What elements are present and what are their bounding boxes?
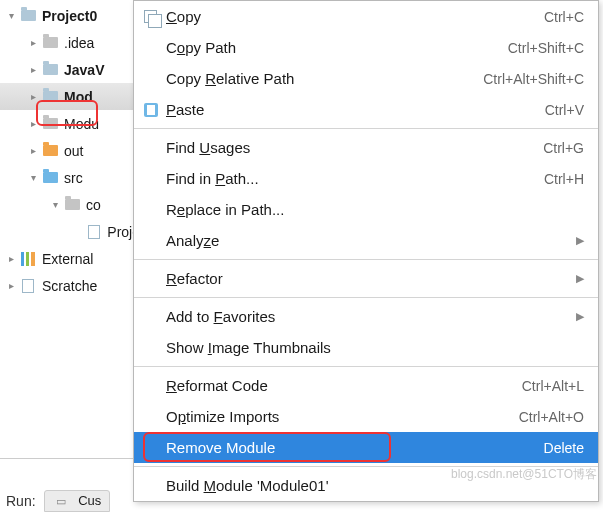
menu-item[interactable]: PasteCtrl+V bbox=[134, 94, 598, 125]
tree-item[interactable]: Proje bbox=[0, 218, 140, 245]
libraries-icon bbox=[20, 251, 36, 267]
menu-shortcut: Ctrl+Shift+C bbox=[508, 40, 584, 56]
folder-icon bbox=[42, 116, 58, 132]
tree-item[interactable]: ▸External bbox=[0, 245, 140, 272]
folder-icon bbox=[64, 197, 80, 213]
menu-item-label: Analyze bbox=[166, 232, 576, 249]
paste-icon bbox=[144, 103, 166, 117]
terminal-icon: ▭ bbox=[53, 493, 69, 509]
menu-item[interactable]: Optimize ImportsCtrl+Alt+O bbox=[134, 401, 598, 432]
menu-item-label: Copy Relative Path bbox=[166, 70, 483, 87]
menu-item-label: Find Usages bbox=[166, 139, 543, 156]
folder-icon bbox=[42, 170, 58, 186]
menu-item[interactable]: Reformat CodeCtrl+Alt+L bbox=[134, 370, 598, 401]
divider bbox=[0, 458, 140, 459]
menu-separator bbox=[134, 466, 598, 467]
menu-item[interactable]: Analyze▶ bbox=[134, 225, 598, 256]
menu-separator bbox=[134, 366, 598, 367]
tree-item-label: .idea bbox=[64, 35, 94, 51]
menu-separator bbox=[134, 297, 598, 298]
menu-item-label: Build Module 'Module01' bbox=[166, 477, 584, 494]
chevron-right-icon[interactable]: ▸ bbox=[28, 145, 38, 156]
menu-item-label: Reformat Code bbox=[166, 377, 522, 394]
tree-item[interactable]: ▾Project0 bbox=[0, 2, 140, 29]
menu-shortcut: Ctrl+G bbox=[543, 140, 584, 156]
menu-shortcut: Ctrl+C bbox=[544, 9, 584, 25]
tree-item-label: External bbox=[42, 251, 93, 267]
chevron-right-icon[interactable]: ▸ bbox=[28, 118, 38, 129]
file-icon bbox=[86, 224, 102, 240]
menu-shortcut: Delete bbox=[544, 440, 584, 456]
copy-icon bbox=[144, 10, 166, 23]
menu-item-label: Optimize Imports bbox=[166, 408, 519, 425]
menu-item-label: Paste bbox=[166, 101, 545, 118]
run-tab-label: Cus bbox=[78, 493, 101, 508]
chevron-right-icon: ▶ bbox=[576, 234, 584, 247]
tree-item-label: Scratche bbox=[42, 278, 97, 294]
chevron-down-icon[interactable]: ▾ bbox=[6, 10, 16, 21]
menu-item[interactable]: Refactor▶ bbox=[134, 263, 598, 294]
menu-separator bbox=[134, 259, 598, 260]
tree-item-label: Mod bbox=[64, 89, 93, 105]
tree-item[interactable]: ▸Mod bbox=[0, 83, 140, 110]
menu-item[interactable]: CopyCtrl+C bbox=[134, 1, 598, 32]
menu-item-label: Show Image Thumbnails bbox=[166, 339, 584, 356]
folder-icon bbox=[42, 35, 58, 51]
menu-item[interactable]: Find UsagesCtrl+G bbox=[134, 132, 598, 163]
tree-item[interactable]: ▸.idea bbox=[0, 29, 140, 56]
tree-item-label: Modu bbox=[64, 116, 99, 132]
tree-item-label: Project0 bbox=[42, 8, 97, 24]
chevron-right-icon[interactable]: ▸ bbox=[6, 280, 16, 291]
menu-shortcut: Ctrl+Alt+Shift+C bbox=[483, 71, 584, 87]
chevron-right-icon: ▶ bbox=[576, 310, 584, 323]
menu-item[interactable]: Copy PathCtrl+Shift+C bbox=[134, 32, 598, 63]
menu-item-label: Copy bbox=[166, 8, 544, 25]
menu-item[interactable]: Build Module 'Module01' bbox=[134, 470, 598, 501]
menu-shortcut: Ctrl+H bbox=[544, 171, 584, 187]
project-tree[interactable]: ▾Project0▸.idea▸JavaV▸Mod▸Modu▸out▾src▾c… bbox=[0, 0, 140, 299]
context-menu[interactable]: CopyCtrl+CCopy PathCtrl+Shift+CCopy Rela… bbox=[133, 0, 599, 502]
menu-separator bbox=[134, 128, 598, 129]
menu-item-label: Add to Favorites bbox=[166, 308, 576, 325]
chevron-right-icon[interactable]: ▸ bbox=[28, 91, 38, 102]
menu-item-label: Copy Path bbox=[166, 39, 508, 56]
menu-item-label: Replace in Path... bbox=[166, 201, 584, 218]
menu-item-label: Find in Path... bbox=[166, 170, 544, 187]
tree-item[interactable]: ▾src bbox=[0, 164, 140, 191]
tree-item-label: co bbox=[86, 197, 101, 213]
folder-icon bbox=[20, 8, 36, 24]
tree-item-label: JavaV bbox=[64, 62, 104, 78]
run-label: Run: bbox=[6, 493, 36, 509]
tree-item-label: out bbox=[64, 143, 83, 159]
menu-item-label: Refactor bbox=[166, 270, 576, 287]
bottom-panel: Run: ▭ Cus bbox=[0, 485, 140, 517]
tree-item[interactable]: ▸Modu bbox=[0, 110, 140, 137]
menu-shortcut: Ctrl+V bbox=[545, 102, 584, 118]
folder-icon bbox=[42, 89, 58, 105]
menu-item[interactable]: Remove ModuleDelete bbox=[134, 432, 598, 463]
menu-item[interactable]: Show Image Thumbnails bbox=[134, 332, 598, 363]
menu-item[interactable]: Add to Favorites▶ bbox=[134, 301, 598, 332]
tree-item[interactable]: ▸Scratche bbox=[0, 272, 140, 299]
run-tab[interactable]: ▭ Cus bbox=[44, 490, 111, 513]
chevron-down-icon[interactable]: ▾ bbox=[50, 199, 60, 210]
chevron-down-icon[interactable]: ▾ bbox=[28, 172, 38, 183]
menu-shortcut: Ctrl+Alt+L bbox=[522, 378, 584, 394]
chevron-right-icon[interactable]: ▸ bbox=[6, 253, 16, 264]
chevron-right-icon[interactable]: ▸ bbox=[28, 64, 38, 75]
file-icon bbox=[20, 278, 36, 294]
tree-item[interactable]: ▸JavaV bbox=[0, 56, 140, 83]
menu-item[interactable]: Find in Path...Ctrl+H bbox=[134, 163, 598, 194]
folder-icon bbox=[42, 62, 58, 78]
tree-item[interactable]: ▾co bbox=[0, 191, 140, 218]
menu-item-label: Remove Module bbox=[166, 439, 544, 456]
menu-shortcut: Ctrl+Alt+O bbox=[519, 409, 584, 425]
menu-item[interactable]: Replace in Path... bbox=[134, 194, 598, 225]
chevron-right-icon[interactable]: ▸ bbox=[28, 37, 38, 48]
tree-item[interactable]: ▸out bbox=[0, 137, 140, 164]
tree-item-label: src bbox=[64, 170, 83, 186]
menu-item[interactable]: Copy Relative PathCtrl+Alt+Shift+C bbox=[134, 63, 598, 94]
chevron-right-icon: ▶ bbox=[576, 272, 584, 285]
folder-icon bbox=[42, 143, 58, 159]
